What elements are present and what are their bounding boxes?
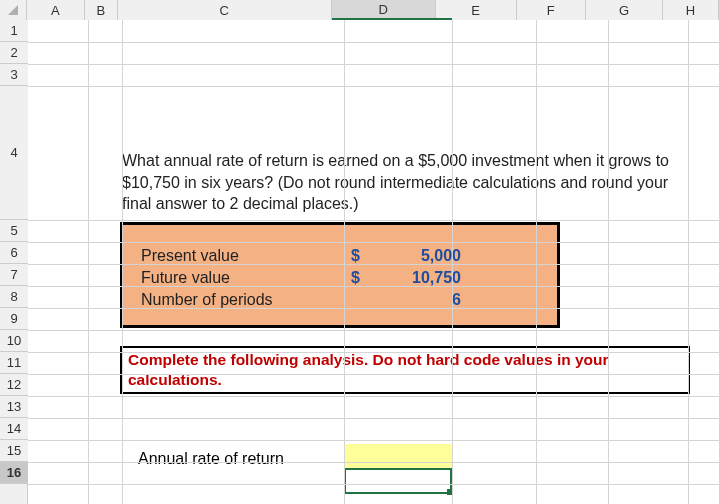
cell-grid[interactable]: What annual rate of return is earned on … [28,20,719,504]
gridline-v [88,20,89,504]
row-header-2[interactable]: 2 [0,42,28,64]
gridline-h [28,220,719,221]
active-cell-selection[interactable] [344,468,452,494]
col-header-C[interactable]: C [118,0,332,20]
col-header-A[interactable]: A [27,0,85,20]
pv-label: Present value [141,247,351,265]
n-value: 6 [381,291,461,309]
gridline-h [28,286,719,287]
row-header-5[interactable]: 5 [0,220,28,242]
select-all-corner[interactable] [0,0,27,20]
gridline-h [28,484,719,485]
col-header-E[interactable]: E [436,0,517,20]
given-data-box: Present value $ 5,000 Future value $ 10,… [120,222,560,328]
gridline-h [28,242,719,243]
gridline-h [28,462,719,463]
gridline-h [28,330,719,331]
spreadsheet: ABCDEFGH 12345678910111213141516 What an… [0,0,719,504]
gridline-v [122,20,123,504]
col-header-B[interactable]: B [85,0,118,20]
pv-currency: $ [351,247,381,265]
row-header-1[interactable]: 1 [0,20,28,42]
col-header-G[interactable]: G [586,0,663,20]
gridline-h [28,396,719,397]
row-header-10[interactable]: 10 [0,330,28,352]
row-header-11[interactable]: 11 [0,352,28,374]
row-header-12[interactable]: 12 [0,374,28,396]
row-header-3[interactable]: 3 [0,64,28,86]
gridline-h [28,64,719,65]
pv-value: 5,000 [381,247,461,265]
fv-currency: $ [351,269,381,287]
row-header-6[interactable]: 6 [0,242,28,264]
answer-input-cell[interactable] [344,444,452,468]
row-header-4[interactable]: 4 [0,86,28,220]
col-header-D[interactable]: D [332,0,436,20]
gridline-v [452,20,453,504]
instruction-box: Complete the following analysis. Do not … [120,346,690,394]
row-header-15[interactable]: 15 [0,440,28,462]
answer-label: Annual rate of return [138,450,284,468]
fv-value: 10,750 [381,269,461,287]
gridline-v [344,20,345,504]
gridline-h [28,440,719,441]
col-header-H[interactable]: H [663,0,719,20]
row-header-9[interactable]: 9 [0,308,28,330]
row-header-13[interactable]: 13 [0,396,28,418]
row-header-16[interactable]: 16 [0,462,28,484]
gridline-h [28,86,719,87]
row-header-7[interactable]: 7 [0,264,28,286]
n-label: Number of periods [141,291,351,309]
row-header-14[interactable]: 14 [0,418,28,440]
row-headers: 12345678910111213141516 [0,20,28,504]
gridline-v [688,20,689,504]
selected-column-indicator [344,18,452,20]
col-header-F[interactable]: F [517,0,586,20]
gridline-h [28,42,719,43]
row-header-8[interactable]: 8 [0,286,28,308]
gridline-h [28,352,719,353]
gridline-h [28,418,719,419]
gridline-h [28,264,719,265]
column-headers: ABCDEFGH [0,0,719,20]
gridline-h [28,308,719,309]
question-text: What annual rate of return is earned on … [122,150,682,215]
gridline-v [608,20,609,504]
fv-label: Future value [141,269,351,287]
gridline-v [536,20,537,504]
gridline-h [28,374,719,375]
